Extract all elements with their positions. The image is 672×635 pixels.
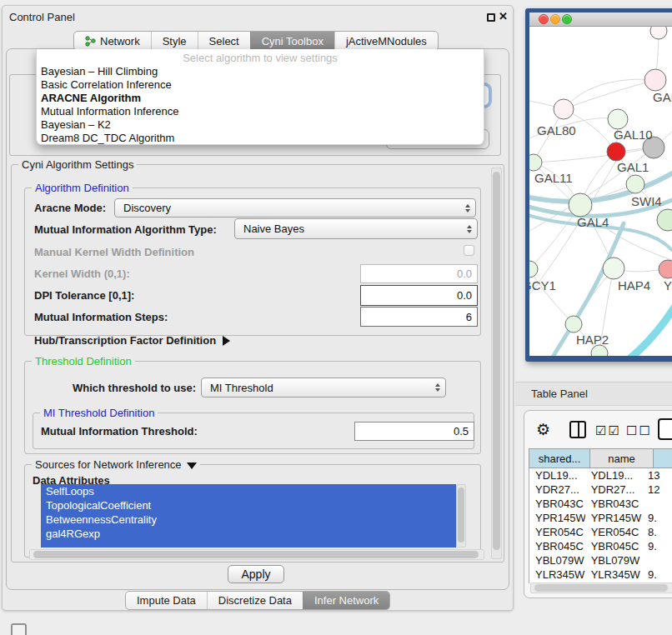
tab-style[interactable]: Style (151, 32, 198, 50)
tab-label: Style (163, 35, 187, 48)
attribute-gal4rgexp[interactable]: gal4RGexp (41, 527, 456, 541)
field-value: 0.0 (457, 268, 472, 280)
table-row[interactable]: YBR043CYBR043C (529, 497, 672, 511)
network-node[interactable] (529, 261, 538, 278)
network-node[interactable] (626, 175, 644, 193)
algorithm-option-mutual-information-inference[interactable]: Mutual Information Inference (37, 105, 484, 118)
network-node[interactable] (603, 258, 624, 279)
settings-vertical-scrollbar[interactable] (491, 168, 502, 559)
group-title: Cyni Algorithm Settings (18, 158, 137, 171)
network-icon (85, 36, 96, 47)
scrollbar-thumb[interactable] (534, 584, 668, 592)
table-cell: 8. (642, 526, 672, 538)
network-node[interactable] (607, 142, 625, 161)
hub-definition-section[interactable]: Hub/Transcription Factor Definition (34, 334, 230, 347)
aracne-mode-label: Aracne Mode: (34, 202, 106, 214)
data-attributes-list[interactable]: SelfLoopsTopologicalCoefficientBetweenne… (41, 484, 456, 548)
table-row[interactable]: YER054CYER054C8. (529, 525, 672, 539)
tab-select[interactable]: Select (198, 32, 250, 50)
expand-arrow-icon[interactable] (223, 336, 230, 346)
network-node[interactable] (569, 193, 592, 217)
scrollbar-thumb[interactable] (458, 488, 464, 542)
settings-gear-icon[interactable]: ⚙ (536, 420, 550, 439)
algorithm-option-dream8-dc-tdc-algorithm[interactable]: Dream8 DC_TDC Algorithm (37, 132, 484, 145)
attribute-selfloops[interactable]: SelfLoops (41, 484, 456, 498)
table-panel-title: Table Panel (531, 388, 588, 400)
network-node[interactable] (650, 27, 667, 39)
column-header-extra[interactable] (654, 448, 672, 468)
network-window-titlebar[interactable] (529, 12, 672, 27)
float-window-icon[interactable] (487, 13, 495, 22)
table-cell: YER054C (529, 526, 585, 538)
tab-label: Select (209, 35, 239, 48)
table-row[interactable]: YBL079WYBL079W (529, 553, 672, 568)
table-row[interactable]: YPR145WYPR145W9. (529, 511, 672, 525)
tab-impute-data[interactable]: Impute Data (126, 592, 207, 609)
mi-algorithm-type-select[interactable]: Naive Bayes (234, 218, 478, 239)
table-cell: YBR043C (529, 498, 585, 510)
scrollbar-thumb[interactable] (33, 551, 479, 558)
mi-threshold-input[interactable]: 0.5 (354, 422, 474, 441)
tab-jactivemnodules[interactable]: jActiveMNodules (334, 32, 438, 50)
close-icon[interactable]: ✕ (499, 10, 508, 22)
deselect-all-checkboxes-icon[interactable]: ☐☐ (626, 423, 652, 438)
table-row[interactable]: YLR345WYLR345W9. (529, 568, 672, 582)
select-all-checkboxes-icon[interactable]: ☑☑ (595, 423, 621, 438)
tab-label: Network (100, 35, 140, 48)
close-traffic-light-icon[interactable] (539, 14, 549, 24)
algorithm-option-basic-correlation-inference[interactable]: Basic Correlation Inference (37, 78, 484, 92)
minimize-traffic-light-icon[interactable] (550, 14, 560, 24)
group-title: Sources for Network Inference (32, 458, 200, 471)
manual-kernel-checkbox[interactable] (464, 245, 474, 256)
node-label-y: Y (664, 278, 672, 292)
tab-network[interactable]: Network (74, 32, 151, 50)
kernel-width-input[interactable]: 0.0 (360, 264, 478, 283)
table-options-icon[interactable] (658, 418, 672, 440)
aracne-mode-select[interactable]: Discovery (114, 198, 476, 218)
attribute-betweennesscentrality[interactable]: BetweennessCentrality (41, 512, 456, 527)
network-canvas[interactable]: GALGAL80GAL10GAL1GAL11SWI4GAL4GCY1HAP4YH… (529, 27, 672, 356)
tab-infer-network[interactable]: Infer Network (303, 592, 389, 609)
column-selector-icon[interactable] (569, 421, 586, 438)
table-row[interactable]: YDR27...YDR27...12 (529, 482, 672, 497)
minimized-panel-icon[interactable] (11, 623, 27, 635)
collapse-triangle-icon[interactable] (187, 462, 197, 469)
tab-cyni-toolbox[interactable]: Cyni Toolbox (250, 32, 334, 50)
node-label-hap2: HAP2 (576, 332, 609, 347)
network-node[interactable] (554, 99, 574, 119)
dpi-tolerance-input[interactable]: 0.0 (360, 285, 478, 306)
scrollbar-thumb[interactable] (493, 172, 500, 550)
algorithm-option-aracne-algorithm[interactable]: ARACNE Algorithm (37, 92, 484, 105)
table-row[interactable]: YDL19...YDL19...13 (529, 468, 672, 482)
table-cell: YLR345W (529, 568, 585, 581)
algorithm-option-bayesian-k2[interactable]: Bayesian – K2 (37, 118, 484, 132)
table-row[interactable]: YBR045CYBR045C9. (529, 539, 672, 553)
attributes-scrollbar[interactable] (456, 484, 466, 548)
mi-steps-input[interactable]: 6 (360, 307, 478, 327)
spinner-arrows-icon (467, 225, 472, 233)
mi-steps-label: Mutual Information Steps: (34, 311, 168, 323)
tab-discretize-data[interactable]: Discretize Data (207, 592, 303, 609)
settings-horizontal-scrollbar[interactable] (29, 549, 484, 560)
which-threshold-select[interactable]: MI Threshold (201, 378, 446, 398)
network-edge (624, 303, 672, 356)
algorithm-option-bayesian-hill-climbing[interactable]: Bayesian – Hill Climbing (37, 65, 484, 78)
table-cell: YDL19... (585, 469, 642, 482)
column-header-shared[interactable]: shared... (529, 448, 590, 468)
network-node[interactable] (529, 154, 542, 171)
network-node[interactable] (659, 260, 672, 278)
zoom-traffic-light-icon[interactable] (562, 14, 572, 24)
network-node[interactable] (657, 209, 672, 231)
network-window: GALGAL80GAL10GAL1GAL11SWI4GAL4GCY1HAP4YH… (525, 8, 672, 362)
apply-button[interactable]: Apply (228, 565, 284, 583)
network-node[interactable] (608, 109, 628, 129)
network-node[interactable] (644, 69, 666, 91)
panel-title: Control Panel (9, 11, 75, 23)
table-horizontal-scrollbar[interactable] (530, 582, 672, 593)
mi-algorithm-type-label: Mutual Information Algorithm Type: (34, 223, 217, 236)
table-cell: YPR145W (529, 512, 585, 524)
network-node[interactable] (565, 316, 582, 332)
attribute-topologicalcoefficient[interactable]: TopologicalCoefficient (41, 498, 456, 512)
column-header-name[interactable]: name (590, 448, 654, 468)
table-cell: YBR045C (585, 540, 642, 552)
